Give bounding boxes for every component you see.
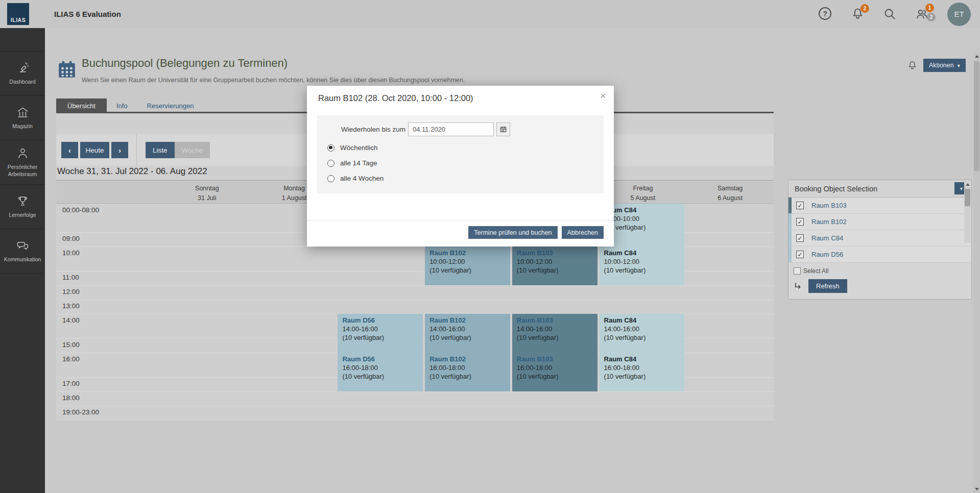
refresh-button[interactable]: Refresh bbox=[808, 279, 847, 293]
booking-item-label: Raum B103 bbox=[811, 202, 847, 209]
modal-body: Wiederholen bis zum Wöchentlichalle 14 T… bbox=[307, 109, 614, 193]
tab-übersicht[interactable]: Übersicht bbox=[56, 98, 107, 113]
room-checkbox[interactable]: ✓ bbox=[796, 218, 804, 226]
radio-icon[interactable] bbox=[327, 160, 334, 167]
tab-reservierungen[interactable]: Reservierungen bbox=[137, 98, 204, 113]
radio-icon[interactable] bbox=[327, 144, 334, 152]
booking-item[interactable]: ✓Raum B103 bbox=[788, 198, 971, 214]
booking-list-scrollbar[interactable] bbox=[964, 181, 971, 243]
room-checkbox[interactable]: ✓ bbox=[796, 234, 804, 242]
scrollbar-thumb[interactable] bbox=[965, 189, 970, 206]
repeat-until-row: Wiederholen bis zum bbox=[341, 122, 593, 136]
entry-room: Raum B103 bbox=[517, 355, 593, 364]
today-button[interactable]: Heute bbox=[80, 142, 109, 158]
toolbar-divider bbox=[136, 134, 137, 166]
calendar-entry[interactable]: Raum D5616:00-18:00(10 verfügbar) bbox=[338, 353, 423, 391]
time-label: 13:00 bbox=[56, 300, 163, 314]
day-name: Samstag bbox=[686, 184, 774, 193]
accent-bar bbox=[788, 214, 792, 230]
booking-list: ✓Raum B103✓Raum B102✓Raum C84✓Raum D56 bbox=[788, 198, 971, 263]
calendar-rowline bbox=[56, 406, 774, 421]
repeat-until-input[interactable] bbox=[408, 122, 494, 136]
time-label: 12:00 bbox=[56, 285, 163, 300]
accent-bar bbox=[788, 198, 792, 213]
calendar-entry[interactable]: Raum C8410:00-12:00(10 verfügbar) bbox=[600, 246, 685, 285]
room-checkbox[interactable]: ✓ bbox=[796, 202, 804, 209]
booking-item[interactable]: ✓Raum C84 bbox=[788, 230, 971, 246]
entry-time: 10:00-12:00 bbox=[517, 258, 593, 266]
sidebar-item-arbeitsraum[interactable]: Persönlicher Arbeitsraum bbox=[0, 140, 45, 185]
select-all-checkbox[interactable] bbox=[794, 267, 801, 275]
view-toggle-woche[interactable]: Woche bbox=[175, 142, 210, 158]
entry-room: Raum B103 bbox=[517, 249, 593, 258]
radio-label: alle 4 Wochen bbox=[340, 175, 384, 182]
booking-item[interactable]: ✓Raum D56 bbox=[788, 246, 971, 263]
topbar: ILIAS ILIAS 6 Evaluation ? 2 1 bbox=[0, 0, 980, 28]
view-toggle-group: ListeWoche bbox=[146, 142, 210, 158]
page-scrollbar[interactable] bbox=[973, 53, 980, 493]
calendar-entry[interactable]: Raum B10210:00-12:00(10 verfügbar) bbox=[425, 246, 510, 285]
booking-item[interactable]: ✓Raum B102 bbox=[788, 214, 971, 230]
entry-capacity: (10 verfügbar) bbox=[429, 334, 506, 342]
booking-panel-header: Booking Object Selection ▾ bbox=[788, 180, 971, 198]
booking-pool-icon bbox=[57, 60, 77, 79]
cancel-button[interactable]: Abbrechen bbox=[562, 226, 604, 239]
time-label: 16:00 bbox=[56, 353, 163, 377]
confirm-booking-button[interactable]: Termine prüfen und buchen bbox=[468, 226, 557, 239]
calendar-entry[interactable]: Raum B10214:00-16:00(10 verfügbar) bbox=[425, 314, 510, 353]
radio-option[interactable]: Wöchentlich bbox=[327, 144, 593, 152]
topbar-icons: ? 2 1 2 ET bbox=[819, 0, 971, 28]
booking-object-selection-panel: Booking Object Selection ▾ ✓Raum B103✓Ra… bbox=[788, 180, 972, 300]
booking-panel-title: Booking Object Selection bbox=[795, 185, 877, 193]
datepicker-button[interactable] bbox=[496, 122, 510, 136]
notifications-button[interactable]: 2 bbox=[851, 7, 865, 21]
close-icon[interactable]: × bbox=[600, 90, 606, 102]
recurrence-modal: Raum B102 (28. Oct 2020, 10:00 - 12:00) … bbox=[307, 86, 614, 246]
help-button[interactable]: ? bbox=[819, 7, 832, 21]
accent-bar bbox=[788, 246, 792, 262]
radio-label: alle 14 Tage bbox=[340, 159, 377, 167]
page-subtitle: Wenn Sie einen Raum der Universität für … bbox=[82, 77, 465, 84]
tab-info[interactable]: Info bbox=[107, 98, 137, 113]
sidebar-item-kommunikation[interactable]: Kommunikation bbox=[0, 229, 45, 274]
sidebar-item-lernerfolge[interactable]: Lernerfolge bbox=[0, 185, 45, 229]
sidebar-item-magazin[interactable]: Magazin bbox=[0, 96, 45, 140]
ilias-logo[interactable]: ILIAS bbox=[7, 3, 29, 25]
scrollbar-thumb[interactable] bbox=[974, 61, 979, 171]
radio-option[interactable]: alle 14 Tage bbox=[327, 159, 593, 167]
next-week-button[interactable]: › bbox=[111, 142, 128, 158]
caret-down-icon: ▾ bbox=[958, 63, 960, 68]
calendar-icon bbox=[499, 126, 507, 133]
aktionen-label: Aktionen bbox=[929, 62, 954, 69]
sidebar-item-label: Dashboard bbox=[9, 79, 35, 86]
calendar-entry[interactable]: Raum B10314:00-16:00(10 verfügbar) bbox=[512, 314, 597, 353]
modal-title: Raum B102 (28. Oct 2020, 10:00 - 12:00) bbox=[307, 86, 614, 109]
search-button[interactable] bbox=[883, 7, 897, 21]
radio-option[interactable]: alle 4 Wochen bbox=[327, 175, 593, 182]
calendar-entry[interactable]: Raum B10216:00-18:00(10 verfügbar) bbox=[425, 353, 510, 391]
entry-capacity: (10 verfügbar) bbox=[604, 373, 680, 381]
sidebar-item-dashboard[interactable]: Dashboard bbox=[0, 52, 45, 96]
booking-item-label: Raum D56 bbox=[811, 251, 843, 258]
avatar[interactable]: ET bbox=[947, 3, 971, 26]
calendar-entry[interactable]: Raum C8416:00-18:00(10 verfügbar) bbox=[600, 353, 685, 391]
scroll-down-icon bbox=[975, 488, 979, 490]
contacts-button[interactable]: 1 2 bbox=[915, 7, 929, 21]
calendar-entry[interactable]: Raum C8414:00-16:00(10 verfügbar) bbox=[600, 314, 685, 353]
calendar-entry[interactable]: Raum B10316:00-18:00(10 verfügbar) bbox=[512, 353, 597, 391]
time-label: 00:00-08:00 bbox=[56, 204, 163, 232]
page-notification-button[interactable] bbox=[907, 60, 918, 71]
notification-badge: 2 bbox=[861, 4, 869, 13]
time-label: 09:00 bbox=[56, 232, 163, 246]
booking-item-label: Raum B102 bbox=[811, 218, 847, 226]
prev-week-button[interactable]: ‹ bbox=[61, 142, 78, 158]
view-toggle-liste[interactable]: Liste bbox=[146, 142, 175, 158]
calendar-entry[interactable]: Raum D5614:00-16:00(10 verfügbar) bbox=[338, 314, 423, 353]
entry-time: 10:00-12:00 bbox=[604, 258, 680, 266]
room-checkbox[interactable]: ✓ bbox=[796, 251, 804, 258]
radio-icon[interactable] bbox=[327, 175, 334, 182]
calendar-entry[interactable]: Raum B10310:00-12:00(10 verfügbar) bbox=[512, 246, 597, 285]
day-date: 31 Juli bbox=[163, 193, 251, 203]
select-all-row[interactable]: Select All bbox=[794, 267, 966, 275]
aktionen-button[interactable]: Aktionen ▾ bbox=[923, 59, 966, 72]
